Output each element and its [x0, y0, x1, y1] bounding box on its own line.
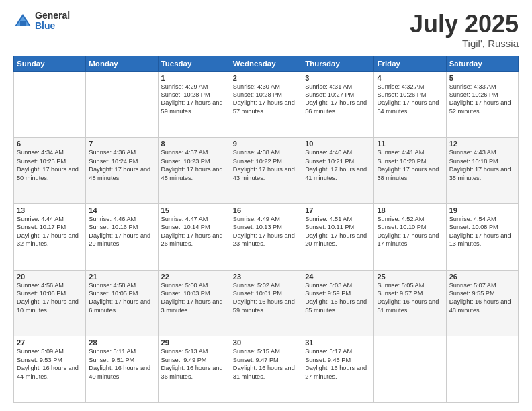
day-info: Sunrise: 4:33 AM Sunset: 10:26 PM Daylig…	[449, 83, 515, 116]
day-cell: 3Sunrise: 4:31 AM Sunset: 10:27 PM Dayli…	[302, 71, 374, 138]
day-info: Sunrise: 4:37 AM Sunset: 10:23 PM Daylig…	[161, 148, 227, 182]
day-info: Sunrise: 4:49 AM Sunset: 10:13 PM Daylig…	[233, 215, 299, 248]
day-cell: 22Sunrise: 5:00 AM Sunset: 10:03 PM Dayl…	[158, 270, 230, 336]
day-number: 4	[377, 74, 443, 82]
day-info: Sunrise: 4:51 AM Sunset: 10:11 PM Daylig…	[305, 215, 371, 248]
day-number: 9	[233, 140, 299, 148]
day-info: Sunrise: 5:11 AM Sunset: 9:51 PM Dayligh…	[89, 347, 154, 381]
day-info: Sunrise: 5:05 AM Sunset: 9:57 PM Dayligh…	[377, 281, 443, 315]
day-info: Sunrise: 5:00 AM Sunset: 10:03 PM Daylig…	[161, 281, 227, 315]
day-number: 14	[89, 206, 154, 214]
day-number: 2	[233, 74, 299, 82]
week-row-5: 27Sunrise: 5:09 AM Sunset: 9:53 PM Dayli…	[14, 336, 519, 403]
day-cell: 12Sunrise: 4:43 AM Sunset: 10:18 PM Dayl…	[446, 138, 518, 204]
logo: General Blue	[13, 11, 70, 32]
day-cell: 15Sunrise: 4:47 AM Sunset: 10:14 PM Dayl…	[158, 203, 230, 270]
title-block: July 2025 Tigil', Russia	[410, 11, 519, 49]
week-row-4: 20Sunrise: 4:56 AM Sunset: 10:06 PM Dayl…	[14, 270, 519, 336]
day-cell	[374, 336, 446, 403]
day-cell: 14Sunrise: 4:46 AM Sunset: 10:16 PM Dayl…	[86, 203, 158, 270]
day-number: 25	[377, 273, 443, 281]
day-info: Sunrise: 4:34 AM Sunset: 10:25 PM Daylig…	[17, 148, 83, 182]
day-number: 7	[89, 140, 154, 148]
day-number: 6	[17, 140, 83, 148]
day-number: 3	[305, 74, 371, 82]
day-info: Sunrise: 4:38 AM Sunset: 10:22 PM Daylig…	[233, 148, 299, 182]
day-cell: 20Sunrise: 4:56 AM Sunset: 10:06 PM Dayl…	[14, 270, 86, 336]
day-cell: 8Sunrise: 4:37 AM Sunset: 10:23 PM Dayli…	[158, 138, 230, 204]
day-info: Sunrise: 5:15 AM Sunset: 9:47 PM Dayligh…	[233, 347, 299, 381]
calendar-header-row: SundayMondayTuesdayWednesdayThursdayFrid…	[14, 56, 519, 71]
day-info: Sunrise: 5:17 AM Sunset: 9:45 PM Dayligh…	[305, 347, 371, 381]
day-info: Sunrise: 4:30 AM Sunset: 10:28 PM Daylig…	[233, 83, 299, 116]
day-info: Sunrise: 5:13 AM Sunset: 9:49 PM Dayligh…	[161, 347, 227, 381]
day-info: Sunrise: 4:44 AM Sunset: 10:17 PM Daylig…	[17, 215, 83, 248]
day-number: 20	[17, 273, 83, 281]
day-number: 23	[233, 273, 299, 281]
day-number: 18	[377, 206, 443, 214]
day-number: 11	[377, 140, 443, 148]
day-number: 12	[449, 140, 515, 148]
col-header-thursday: Thursday	[302, 56, 374, 71]
day-info: Sunrise: 4:41 AM Sunset: 10:20 PM Daylig…	[377, 148, 443, 182]
day-number: 10	[305, 140, 371, 148]
day-number: 17	[305, 206, 371, 214]
calendar-table: SundayMondayTuesdayWednesdayThursdayFrid…	[13, 56, 519, 403]
day-cell: 26Sunrise: 5:07 AM Sunset: 9:55 PM Dayli…	[446, 270, 518, 336]
logo-general-text: General	[35, 11, 70, 21]
day-info: Sunrise: 4:43 AM Sunset: 10:18 PM Daylig…	[449, 148, 515, 182]
logo-blue-text: Blue	[35, 21, 70, 31]
day-number: 21	[89, 273, 154, 281]
day-cell	[86, 71, 158, 138]
day-number: 30	[233, 338, 299, 347]
day-cell: 4Sunrise: 4:32 AM Sunset: 10:26 PM Dayli…	[374, 71, 446, 138]
day-number: 19	[449, 206, 515, 214]
day-info: Sunrise: 4:54 AM Sunset: 10:08 PM Daylig…	[449, 215, 515, 248]
logo-icon	[13, 11, 32, 30]
day-number: 22	[161, 273, 227, 281]
col-header-monday: Monday	[86, 56, 158, 71]
day-cell: 17Sunrise: 4:51 AM Sunset: 10:11 PM Dayl…	[302, 203, 374, 270]
day-cell: 30Sunrise: 5:15 AM Sunset: 9:47 PM Dayli…	[230, 336, 302, 403]
day-cell: 27Sunrise: 5:09 AM Sunset: 9:53 PM Dayli…	[14, 336, 86, 403]
day-number: 1	[161, 74, 227, 82]
day-cell: 10Sunrise: 4:40 AM Sunset: 10:21 PM Dayl…	[302, 138, 374, 204]
col-header-sunday: Sunday	[14, 56, 86, 71]
day-info: Sunrise: 4:40 AM Sunset: 10:21 PM Daylig…	[305, 148, 371, 182]
title-month: July 2025	[410, 11, 519, 38]
day-cell: 18Sunrise: 4:52 AM Sunset: 10:10 PM Dayl…	[374, 203, 446, 270]
day-cell: 23Sunrise: 5:02 AM Sunset: 10:01 PM Dayl…	[230, 270, 302, 336]
day-number: 29	[161, 338, 227, 347]
day-info: Sunrise: 4:58 AM Sunset: 10:05 PM Daylig…	[89, 281, 154, 315]
day-number: 31	[305, 338, 371, 347]
day-info: Sunrise: 4:32 AM Sunset: 10:26 PM Daylig…	[377, 83, 443, 116]
day-info: Sunrise: 5:09 AM Sunset: 9:53 PM Dayligh…	[17, 347, 83, 381]
day-cell: 31Sunrise: 5:17 AM Sunset: 9:45 PM Dayli…	[302, 336, 374, 403]
day-info: Sunrise: 5:02 AM Sunset: 10:01 PM Daylig…	[233, 281, 299, 315]
day-number: 13	[17, 206, 83, 214]
day-cell: 1Sunrise: 4:29 AM Sunset: 10:28 PM Dayli…	[158, 71, 230, 138]
header: General Blue July 2025 Tigil', Russia	[13, 11, 519, 49]
day-cell: 5Sunrise: 4:33 AM Sunset: 10:26 PM Dayli…	[446, 71, 518, 138]
day-info: Sunrise: 4:56 AM Sunset: 10:06 PM Daylig…	[17, 281, 83, 315]
day-cell: 7Sunrise: 4:36 AM Sunset: 10:24 PM Dayli…	[86, 138, 158, 204]
day-info: Sunrise: 4:31 AM Sunset: 10:27 PM Daylig…	[305, 83, 371, 116]
day-number: 26	[449, 273, 515, 281]
day-number: 24	[305, 273, 371, 281]
day-cell: 21Sunrise: 4:58 AM Sunset: 10:05 PM Dayl…	[86, 270, 158, 336]
day-info: Sunrise: 4:46 AM Sunset: 10:16 PM Daylig…	[89, 215, 154, 248]
day-cell: 2Sunrise: 4:30 AM Sunset: 10:28 PM Dayli…	[230, 71, 302, 138]
page: General Blue July 2025 Tigil', Russia Su…	[0, 0, 532, 411]
day-cell: 19Sunrise: 4:54 AM Sunset: 10:08 PM Dayl…	[446, 203, 518, 270]
day-info: Sunrise: 5:07 AM Sunset: 9:55 PM Dayligh…	[449, 281, 515, 315]
col-header-wednesday: Wednesday	[230, 56, 302, 71]
day-number: 8	[161, 140, 227, 148]
day-cell	[14, 71, 86, 138]
day-cell: 13Sunrise: 4:44 AM Sunset: 10:17 PM Dayl…	[14, 203, 86, 270]
day-cell: 29Sunrise: 5:13 AM Sunset: 9:49 PM Dayli…	[158, 336, 230, 403]
title-location: Tigil', Russia	[410, 38, 519, 49]
day-cell: 25Sunrise: 5:05 AM Sunset: 9:57 PM Dayli…	[374, 270, 446, 336]
day-info: Sunrise: 5:03 AM Sunset: 9:59 PM Dayligh…	[305, 281, 371, 315]
logo-text: General Blue	[35, 11, 70, 32]
col-header-saturday: Saturday	[446, 56, 518, 71]
